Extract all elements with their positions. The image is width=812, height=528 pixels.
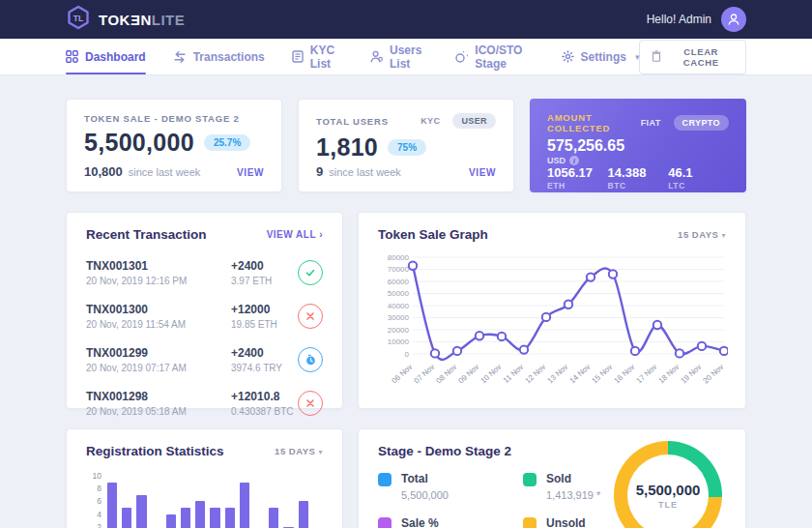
svg-text:12 Nov: 12 Nov: [523, 363, 547, 386]
nav-item-transactions[interactable]: Transactions: [173, 39, 265, 74]
currency-label: USD: [547, 156, 566, 165]
svg-text:08 Nov: 08 Nov: [434, 363, 458, 386]
legend-swatch: [523, 473, 536, 486]
ico-stage-icon: [455, 51, 468, 63]
legend-item-sale-: Sale %25.7% Sold: [378, 516, 523, 528]
svg-text:07 Nov: 07 Nov: [412, 363, 436, 386]
transaction-row[interactable]: TNX00130020 Nov, 2019 11:54 AM+1200019.8…: [86, 295, 323, 338]
bar: [210, 508, 219, 528]
total-users-card: TOTAL USERS KYC USER 1,810 75% 9 since l…: [298, 99, 514, 192]
bar-ytick-label: 10: [93, 471, 102, 481]
bar: [122, 508, 131, 528]
token-sale-card: TOKEN SALE - DEMO STAGE 2 5,500,000 25.7…: [66, 99, 282, 192]
token-sale-value: 5,500,000: [84, 129, 194, 157]
svg-text:11 Nov: 11 Nov: [502, 363, 525, 385]
donut-center-unit: TLE: [658, 500, 678, 510]
registration-statistics-title: Registration Statistics: [86, 444, 224, 458]
svg-text:30000: 30000: [388, 313, 410, 322]
users-list-icon: [370, 50, 383, 63]
view-all-link[interactable]: VIEW ALL ›: [267, 229, 323, 240]
toggle-kyc[interactable]: KYC: [412, 113, 449, 129]
nav-item-settings[interactable]: Settings▾: [562, 39, 640, 74]
transaction-amount: +12000: [231, 303, 298, 316]
transaction-crypto-amount: 3.97 ETH: [231, 276, 298, 286]
legend-swatch: [378, 473, 392, 486]
bar-ytick-label: 2: [97, 522, 102, 528]
toggle-crypto[interactable]: CRYPTO: [674, 115, 729, 131]
avatar[interactable]: [721, 7, 746, 32]
fiat-crypto-toggle: FIAT CRYPTO: [632, 115, 729, 131]
bar: [181, 508, 190, 528]
trash-icon: [652, 50, 661, 64]
recent-transactions-card: Recent Transaction VIEW ALL › TNX0013012…: [66, 212, 343, 409]
status-failed-icon: [298, 391, 323, 416]
total-users-percent-badge: 75%: [388, 139, 426, 156]
top-header: TL TOKƎNLITE Hello! Admin: [0, 0, 812, 39]
transaction-id: TNX001301: [86, 259, 231, 273]
toggle-user[interactable]: USER: [452, 113, 496, 129]
total-users-label: TOTAL USERS: [316, 116, 389, 127]
bar: [225, 508, 235, 528]
token-sale-line-chart: 0100002000030000400005000060000700008000…: [359, 249, 745, 402]
nav-item-ico-sto-stage[interactable]: ICO/STO Stage: [455, 39, 534, 74]
transaction-date: 20 Nov, 2019 05:18 AM: [86, 406, 231, 417]
transaction-crypto-amount: 0.430387 BTC: [231, 406, 298, 417]
bar-ytick-label: 8: [97, 484, 102, 493]
info-icon[interactable]: i: [569, 156, 579, 165]
svg-text:18 Nov: 18 Nov: [656, 363, 681, 386]
svg-text:10000: 10000: [388, 337, 410, 346]
svg-text:20 Nov: 20 Nov: [701, 363, 725, 386]
transaction-row[interactable]: TNX00129920 Nov, 2019 07:17 AM+24003974.…: [86, 338, 323, 382]
token-sale-graph-title: Token Sale Graph: [378, 227, 488, 242]
clear-cache-button[interactable]: CLEAR CACHE: [639, 40, 746, 74]
main-nav: DashboardTransactionsKYC ListUsers ListI…: [0, 39, 812, 75]
toggle-fiat[interactable]: FIAT: [632, 115, 670, 131]
kyc-list-icon: [292, 50, 304, 63]
brand[interactable]: TL TOKƎNLITE: [66, 5, 185, 34]
dashboard-icon: [66, 50, 78, 63]
svg-text:20000: 20000: [388, 326, 410, 335]
transaction-id: TNX001300: [86, 303, 231, 316]
ltc-amount: 46.1 LTC: [668, 165, 729, 191]
total-users-view-link[interactable]: VIEW: [469, 167, 496, 178]
nav-item-users-list[interactable]: Users List: [370, 39, 428, 74]
bars: [107, 476, 323, 528]
greeting-text: Hello! Admin: [647, 13, 711, 26]
transaction-date: 20 Nov, 2019 11:54 AM: [86, 319, 231, 330]
svg-text:40000: 40000: [388, 302, 410, 310]
legend-item-total: Total5,500,000: [378, 472, 523, 501]
bar: [299, 501, 308, 528]
bar: [269, 508, 278, 528]
nav-item-dashboard[interactable]: Dashboard: [66, 39, 146, 74]
token-sale-view-link[interactable]: VIEW: [237, 167, 264, 178]
eth-amount: 1056.17 ETH: [547, 165, 608, 191]
kyc-user-toggle: KYC USER: [412, 113, 496, 129]
transactions-icon: [173, 51, 187, 63]
svg-text:10 Nov: 10 Nov: [478, 363, 503, 386]
svg-text:15 Nov: 15 Nov: [590, 363, 614, 386]
transactions-list: TNX00130120 Nov, 2019 12:16 PM+24003.97 …: [67, 249, 342, 425]
svg-text:14 Nov: 14 Nov: [567, 363, 592, 386]
bar-ytick-label: 6: [97, 496, 102, 506]
token-sale-delta: 10,800: [84, 164, 123, 179]
svg-text:0: 0: [405, 350, 410, 359]
transaction-date: 20 Nov, 2019 12:16 PM: [86, 276, 231, 286]
btc-amount: 14.388 BTC: [608, 165, 669, 191]
status-success-icon: [298, 260, 323, 285]
registration-period-dropdown[interactable]: 15 DAYS ▾: [275, 446, 323, 456]
nav-item-kyc-list[interactable]: KYC List: [292, 39, 343, 74]
legend-swatch: [523, 517, 536, 528]
transaction-id: TNX001299: [86, 346, 231, 360]
tokenlite-logo-icon: TL: [66, 5, 91, 34]
svg-text:50000: 50000: [388, 289, 410, 298]
recent-transactions-title: Recent Transaction: [86, 227, 207, 242]
graph-period-dropdown[interactable]: 15 DAYS ▾: [678, 229, 726, 240]
transaction-row[interactable]: TNX00130120 Nov, 2019 12:16 PM+24003.97 …: [86, 251, 323, 295]
svg-text:60000: 60000: [388, 278, 410, 286]
status-failed-icon: [298, 304, 323, 329]
total-users-delta: 9: [316, 164, 323, 179]
token-sale-graph-card: Token Sale Graph 15 DAYS ▾ 0100002000030…: [358, 212, 746, 409]
user-icon: [727, 13, 740, 26]
bar: [240, 483, 249, 528]
transaction-row[interactable]: TNX00129820 Nov, 2019 05:18 AM+12010.80.…: [86, 382, 323, 425]
